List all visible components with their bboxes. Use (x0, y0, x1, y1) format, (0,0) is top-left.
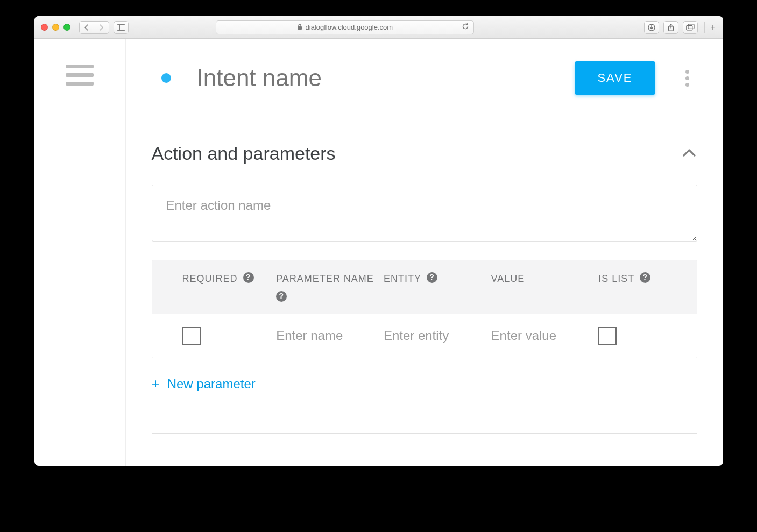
table-header-row: REQUIRED ? PARAMETER NAME ? ENTITY ? VAL… (152, 260, 697, 314)
required-cell (182, 327, 270, 345)
svg-rect-6 (688, 24, 694, 29)
new-parameter-label: New parameter (167, 377, 256, 392)
th-required-label: REQUIRED (182, 272, 238, 286)
new-tab-button[interactable]: + (704, 22, 716, 33)
parameters-table: REQUIRED ? PARAMETER NAME ? ENTITY ? VAL… (152, 260, 697, 358)
section-title: Action and parameters (152, 143, 336, 164)
section-header[interactable]: Action and parameters (152, 143, 697, 164)
name-cell (276, 328, 377, 343)
minimize-window-button[interactable] (52, 24, 59, 31)
help-icon[interactable]: ? (640, 272, 650, 283)
required-checkbox[interactable] (182, 327, 201, 345)
page-body: SAVE Action and parameters REQUIRED ? (34, 39, 723, 466)
divider (152, 433, 697, 434)
safari-titlebar: dialogflow.cloud.google.com + (34, 16, 723, 39)
svg-rect-0 (117, 24, 125, 30)
more-menu-icon[interactable] (678, 70, 697, 87)
th-entity: ENTITY ? (384, 272, 485, 286)
th-value: VALUE (491, 272, 592, 286)
help-icon[interactable]: ? (243, 272, 254, 283)
new-parameter-button[interactable]: + New parameter (152, 372, 256, 395)
chevron-up-icon[interactable] (681, 145, 697, 163)
help-icon[interactable]: ? (276, 291, 287, 302)
divider (152, 117, 697, 117)
th-entity-label: ENTITY (384, 272, 421, 286)
downloads-button[interactable] (644, 21, 659, 34)
reload-icon[interactable] (462, 23, 469, 32)
param-value-input[interactable] (491, 328, 592, 343)
svg-rect-2 (298, 26, 302, 30)
menu-icon[interactable] (66, 65, 94, 466)
table-row (152, 314, 697, 358)
back-button[interactable] (79, 21, 94, 34)
intent-header: SAVE (152, 39, 697, 117)
th-required: REQUIRED ? (182, 272, 270, 286)
left-sidebar (34, 39, 126, 466)
svg-rect-5 (687, 26, 692, 31)
share-button[interactable] (663, 21, 678, 34)
window-controls (41, 24, 70, 31)
action-name-input[interactable] (152, 185, 697, 242)
lock-icon (297, 24, 302, 31)
is-list-cell (598, 327, 679, 345)
th-is-list-label: IS LIST (598, 272, 634, 286)
zoom-window-button[interactable] (63, 24, 70, 31)
intent-indicator-dot (161, 73, 171, 83)
th-parameter-name-label: PARAMETER NAME (276, 272, 374, 286)
value-cell (491, 328, 592, 343)
tabs-button[interactable] (683, 21, 698, 34)
url-bar[interactable]: dialogflow.cloud.google.com (216, 20, 474, 34)
save-button[interactable]: SAVE (575, 61, 655, 95)
entity-cell (384, 328, 485, 343)
plus-icon: + (152, 375, 160, 392)
th-value-label: VALUE (491, 272, 525, 286)
sidebar-toggle-button[interactable] (114, 21, 129, 34)
forward-button[interactable] (94, 21, 109, 34)
is-list-checkbox[interactable] (598, 327, 617, 345)
help-icon[interactable]: ? (427, 272, 437, 283)
intent-name-input[interactable] (184, 65, 562, 91)
main-content: SAVE Action and parameters REQUIRED ? (126, 39, 723, 466)
nav-buttons (79, 21, 109, 34)
th-parameter-name: PARAMETER NAME ? (276, 272, 377, 302)
toolbar-right (644, 21, 698, 34)
param-name-input[interactable] (276, 328, 377, 343)
th-is-list: IS LIST ? (598, 272, 679, 286)
close-window-button[interactable] (41, 24, 48, 31)
safari-window: dialogflow.cloud.google.com + (34, 16, 723, 466)
url-text: dialogflow.cloud.google.com (306, 23, 393, 31)
param-entity-input[interactable] (384, 328, 485, 343)
